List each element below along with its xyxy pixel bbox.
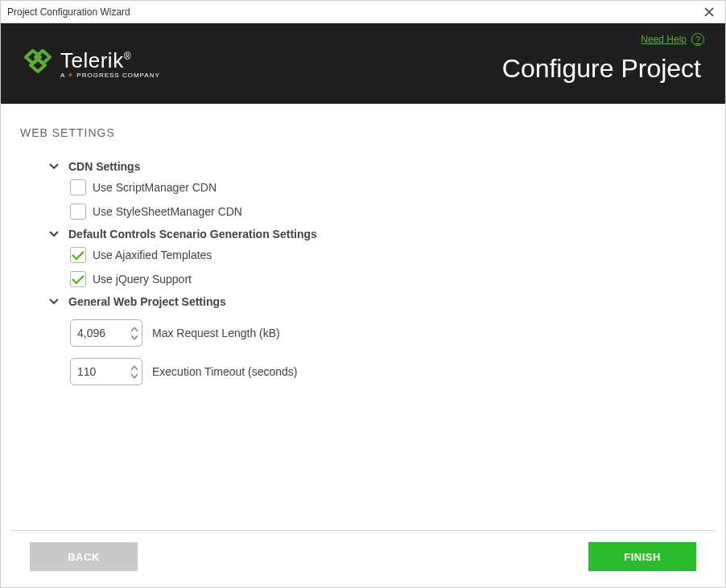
chevron-down-icon (47, 163, 60, 170)
execution-timeout-value: 110 (71, 365, 127, 378)
row-execution-timeout: 110 Execution Timeout (seconds) (70, 358, 706, 385)
group-header-cdn[interactable]: CDN Settings (47, 160, 706, 173)
max-request-length-stepper[interactable]: 4,096 (70, 319, 142, 347)
group-title-cdn: CDN Settings (68, 160, 140, 173)
telerik-logo: Telerik® A ✶ PROGRESS COMPANY (22, 47, 160, 80)
checkbox-stylesheet-manager[interactable] (70, 204, 86, 220)
stepper-up-icon[interactable] (131, 364, 138, 372)
option-label: Use ScriptManager CDN (93, 181, 217, 194)
logo-text: Telerik (60, 48, 124, 72)
page-title: Configure Project (160, 44, 704, 84)
option-jquery-support[interactable]: Use jQuery Support (70, 271, 706, 287)
footer: BACK FINISH (10, 530, 716, 582)
group-default-controls: Default Controls Scenario Generation Set… (47, 228, 706, 287)
checkbox-jquery-support[interactable] (70, 271, 86, 287)
option-label: Use jQuery Support (93, 273, 192, 286)
option-stylesheet-manager-cdn[interactable]: Use StyleSheetManager CDN (70, 204, 706, 220)
back-button[interactable]: BACK (30, 542, 138, 571)
help-icon: ? (691, 33, 704, 46)
option-ajaxified-templates[interactable]: Use Ajaxified Templates (70, 247, 706, 263)
stepper-up-icon[interactable] (131, 325, 138, 333)
checkbox-ajaxified-templates[interactable] (70, 247, 86, 263)
chevron-down-icon (47, 231, 60, 237)
telerik-logo-icon (22, 47, 54, 80)
option-label: Use Ajaxified Templates (93, 249, 212, 261)
max-request-length-label: Max Request Length (kB) (152, 327, 280, 339)
option-label: Use StyleSheetManager CDN (93, 205, 242, 218)
group-cdn-settings: CDN Settings Use ScriptManager CDN Use S… (47, 160, 706, 220)
row-max-request-length: 4,096 Max Request Length (kB) (70, 319, 706, 347)
need-help-link[interactable]: Need Help ? (641, 33, 704, 46)
group-header-general[interactable]: General Web Project Settings (47, 295, 706, 308)
close-button[interactable] (699, 2, 719, 22)
titlebar: Project Configuration Wizard (1, 1, 725, 23)
finish-button[interactable]: FINISH (588, 542, 696, 571)
group-title-default-controls: Default Controls Scenario Generation Set… (68, 228, 317, 241)
need-help-label: Need Help (641, 34, 687, 45)
group-general-web-settings: General Web Project Settings 4,096 Max R… (47, 295, 706, 385)
content-area: WEB SETTINGS CDN Settings Use ScriptMana… (1, 104, 725, 530)
window-title: Project Configuration Wizard (7, 6, 130, 18)
section-heading: WEB SETTINGS (20, 126, 706, 139)
logo-tagline-text: PROGRESS COMPANY (76, 72, 159, 79)
group-header-default-controls[interactable]: Default Controls Scenario Generation Set… (47, 228, 706, 241)
group-title-general: General Web Project Settings (68, 295, 226, 308)
option-script-manager-cdn[interactable]: Use ScriptManager CDN (70, 179, 706, 195)
stepper-down-icon[interactable] (131, 333, 138, 341)
checkbox-script-manager[interactable] (70, 179, 86, 195)
chevron-down-icon (47, 298, 60, 305)
max-request-length-value: 4,096 (71, 327, 127, 339)
close-icon (704, 7, 714, 17)
stepper-down-icon[interactable] (131, 372, 138, 380)
execution-timeout-stepper[interactable]: 110 (70, 358, 142, 385)
header: Telerik® A ✶ PROGRESS COMPANY Configure … (1, 23, 725, 104)
execution-timeout-label: Execution Timeout (seconds) (152, 365, 298, 378)
